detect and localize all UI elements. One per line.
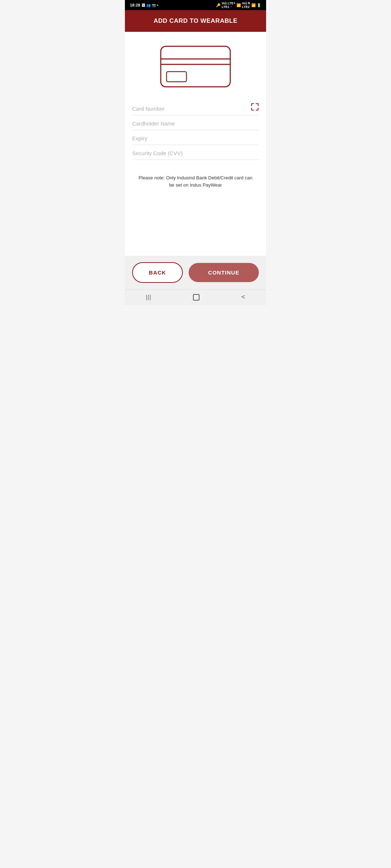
signal-bars2: 📶 [251, 3, 256, 7]
home-icon[interactable] [193, 294, 199, 301]
card-number-input[interactable] [132, 106, 259, 112]
back-nav-icon[interactable] [241, 293, 245, 301]
note-text: Please note: Only Indusind Bank Debit/Cr… [132, 167, 259, 196]
battery-icon: 🔋 [257, 3, 261, 7]
cardholder-name-input[interactable] [132, 120, 259, 127]
bottom-action-bar: BACK CONTINUE [125, 256, 266, 289]
page-header: ADD CARD TO WEARABLE [125, 10, 266, 32]
expiry-wrapper [132, 130, 259, 145]
home-square [193, 294, 199, 301]
status-bar: 18:28 🖼 👥 📷 • 🔑 Vo) LTE+LTE1 ↑ 📶 Vo) RLT… [125, 0, 266, 10]
main-content: Please note: Only Indusind Bank Debit/Cr… [125, 32, 266, 256]
key-icon: 🔑 [216, 3, 220, 7]
notification-icons: 🖼 👥 📷 • [142, 3, 158, 7]
svg-rect-3 [167, 72, 186, 82]
recent-apps-icon[interactable] [146, 294, 151, 301]
status-bar-right: 🔑 Vo) LTE+LTE1 ↑ 📶 Vo) RLTE2 📶 🔋 [216, 1, 261, 9]
card-illustration [132, 43, 259, 90]
credit-card-icon [159, 43, 232, 90]
back-button[interactable]: BACK [132, 262, 183, 283]
cardholder-name-wrapper [132, 115, 259, 130]
continue-button[interactable]: CONTINUE [189, 263, 259, 282]
page-title: ADD CARD TO WEARABLE [154, 17, 237, 24]
navigation-bar [125, 289, 266, 305]
card-number-wrapper [132, 101, 259, 115]
signal-text: Vo) LTE+LTE1 ↑ [222, 1, 235, 9]
expiry-input[interactable] [132, 135, 259, 141]
signal-text2: Vo) RLTE2 [242, 1, 250, 9]
content-spacer [132, 196, 259, 245]
status-bar-left: 18:28 🖼 👥 📷 • [130, 3, 158, 7]
card-form [132, 101, 259, 160]
scan-icon[interactable] [251, 103, 259, 113]
time-display: 18:28 [130, 3, 140, 7]
cvv-input[interactable] [132, 150, 259, 156]
signal-bars: 📶 [236, 3, 241, 7]
cvv-wrapper [132, 145, 259, 160]
